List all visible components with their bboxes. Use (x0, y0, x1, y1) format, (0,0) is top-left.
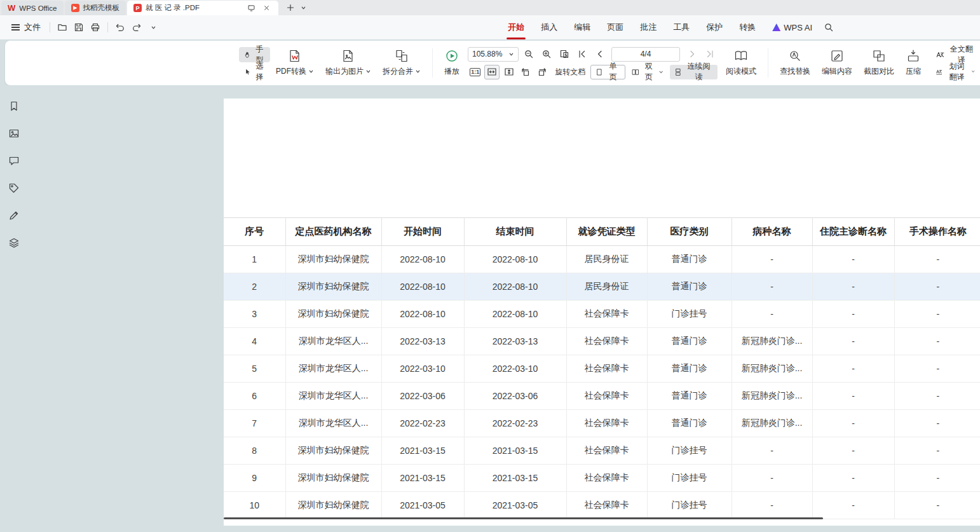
table-cell: 2022-03-13 (381, 328, 464, 355)
actual-size-icon (470, 68, 480, 76)
screenshot-compare-button[interactable]: 截图对比 (858, 49, 900, 77)
column-header: 就诊凭证类型 (566, 218, 647, 246)
fit-page-button[interactable] (501, 65, 516, 79)
visit-record-table: 序号定点医药机构名称开始时间结束时间就诊凭证类型医疗类别病种名称住院主诊断名称手… (224, 217, 980, 519)
select-tool-button[interactable]: 选择 (239, 64, 270, 79)
menu-tab-页面[interactable]: 页面 (599, 15, 632, 39)
last-page-button[interactable] (702, 47, 718, 62)
search-menu-button[interactable] (820, 19, 837, 36)
bookmarks-panel-button[interactable] (7, 99, 21, 113)
menu-tab-转换[interactable]: 转换 (731, 15, 764, 39)
undo-button[interactable] (112, 19, 128, 36)
hand-icon (244, 50, 251, 60)
table-cell: 普通门诊 (647, 410, 732, 437)
table-cell: 深圳市妇幼保健院 (285, 465, 381, 492)
table-cell: 2022-08-10 (381, 246, 464, 273)
rotate-left-button[interactable] (518, 65, 533, 79)
pdf-convert-button[interactable]: PDF转换 (270, 49, 320, 77)
file-menu-label: 文件 (24, 22, 41, 33)
print-button[interactable] (87, 19, 104, 36)
wps-ai-logo-icon (772, 24, 780, 31)
edit-content-button[interactable]: 编辑内容 (816, 49, 858, 77)
present-icon[interactable] (245, 3, 257, 14)
tab-document[interactable]: P 就 医 记 录 .PDF (127, 1, 278, 15)
menu-tab-工具[interactable]: 工具 (665, 15, 698, 39)
pdf-convert-icon (288, 49, 302, 63)
word-translate-button[interactable]: 划词翻译 (930, 64, 980, 79)
prev-page-button[interactable] (592, 47, 608, 62)
close-tab-icon[interactable] (261, 3, 272, 14)
menu-tab-保护[interactable]: 保护 (698, 15, 731, 39)
extract-page-button[interactable] (556, 47, 572, 62)
tab-docer-templates[interactable]: 找稻壳模板 (65, 1, 126, 15)
comments-panel-button[interactable] (7, 154, 21, 168)
split-merge-icon (395, 49, 409, 63)
fit-page-icon (504, 67, 514, 77)
hamburger-icon (11, 24, 20, 31)
double-page-icon (632, 68, 639, 76)
file-menu-button[interactable]: 文件 (6, 19, 46, 36)
column-header: 定点医药机构名称 (285, 218, 381, 246)
compress-icon (906, 49, 920, 63)
menu-tab-label: WPS AI (784, 23, 812, 32)
page-number-input[interactable]: 4/4 (611, 47, 680, 62)
menu-tab-WPS AI[interactable]: WPS AI (764, 17, 820, 39)
menu-tab-插入[interactable]: 插入 (533, 15, 566, 39)
zoom-in-button[interactable] (538, 47, 554, 62)
single-page-button[interactable]: 单页 (590, 65, 625, 79)
play-button[interactable]: 播放 (439, 49, 465, 77)
save-button[interactable] (71, 19, 87, 36)
zoom-out-button[interactable] (521, 47, 536, 62)
zoom-level-select[interactable]: 105.88% (468, 47, 519, 62)
table-row: 10深圳市妇幼保健院2021-03-052021-03-05社会保障卡门诊挂号-… (224, 492, 980, 519)
next-page-button[interactable] (684, 47, 700, 62)
table-cell: 社会保障卡 (566, 355, 647, 383)
open-file-button[interactable] (54, 19, 71, 36)
double-page-button[interactable]: 双页 (627, 65, 669, 79)
actual-size-button[interactable] (468, 65, 482, 79)
menu-tab-list: 开始 插入 编辑 页面 批注 工具 保护 转换 WPS AI (500, 15, 820, 39)
rotate-right-button[interactable] (535, 65, 550, 79)
window-tab-strip: W WPS Office 找稻壳模板 P 就 医 记 录 .PDF (0, 0, 980, 15)
tab-wps-home[interactable]: W WPS Office (1, 1, 64, 15)
table-cell: 门诊挂号 (647, 437, 732, 465)
history-chevron-icon[interactable] (145, 19, 161, 36)
hand-tool-button[interactable]: 手型 (239, 47, 270, 62)
table-cell: 深圳市龙华区人... (285, 355, 381, 383)
layers-panel-button[interactable] (7, 236, 21, 250)
new-tab-button[interactable] (285, 2, 296, 13)
toolbar: 手型 选择 PDF转换 输出为图片 拆分合并 播放 (5, 41, 980, 85)
table-cell: 深圳市妇幼保健院 (285, 492, 381, 519)
find-replace-button[interactable]: 查找替换 (774, 49, 816, 77)
screenshot-compare-icon (872, 49, 886, 63)
first-page-button[interactable] (574, 47, 590, 62)
thumbnails-panel-button[interactable] (7, 126, 21, 140)
fit-width-button[interactable] (484, 65, 500, 79)
compress-button[interactable]: 压缩 (900, 49, 927, 77)
pdf-page: 序号定点医药机构名称开始时间结束时间就诊凭证类型医疗类别病种名称住院主诊断名称手… (224, 99, 980, 526)
table-cell: - (812, 273, 894, 301)
wps-home-tab-label: WPS Office (19, 4, 57, 12)
table-cell: - (894, 437, 980, 465)
menu-tab-编辑[interactable]: 编辑 (566, 15, 599, 39)
redo-button[interactable] (128, 19, 145, 36)
table-cell: 社会保障卡 (566, 437, 647, 465)
table-cell: 2022-03-06 (464, 383, 566, 410)
annotate-panel-button[interactable] (7, 208, 21, 222)
rotate-doc-label[interactable]: 旋转文档 (555, 67, 585, 78)
menu-tab-开始[interactable]: 开始 (500, 15, 533, 39)
single-page-icon (595, 68, 603, 76)
horizontal-scrollbar-thumb[interactable] (224, 517, 823, 519)
tags-panel-button[interactable] (7, 181, 21, 195)
tab-list-chevron-icon[interactable] (297, 2, 309, 13)
menu-tab-批注[interactable]: 批注 (632, 15, 665, 39)
full-translate-button[interactable]: 全文翻译 (930, 47, 980, 62)
export-image-button[interactable]: 输出为图片 (320, 49, 377, 77)
column-header: 开始时间 (381, 218, 464, 246)
divider (50, 22, 50, 32)
split-merge-button[interactable]: 拆分合并 (377, 49, 426, 77)
table-cell: 门诊挂号 (647, 301, 732, 328)
continuous-read-button[interactable]: 连续阅读 (670, 65, 718, 79)
read-mode-button[interactable]: 阅读模式 (720, 49, 762, 77)
table-cell: 社会保障卡 (566, 465, 647, 492)
